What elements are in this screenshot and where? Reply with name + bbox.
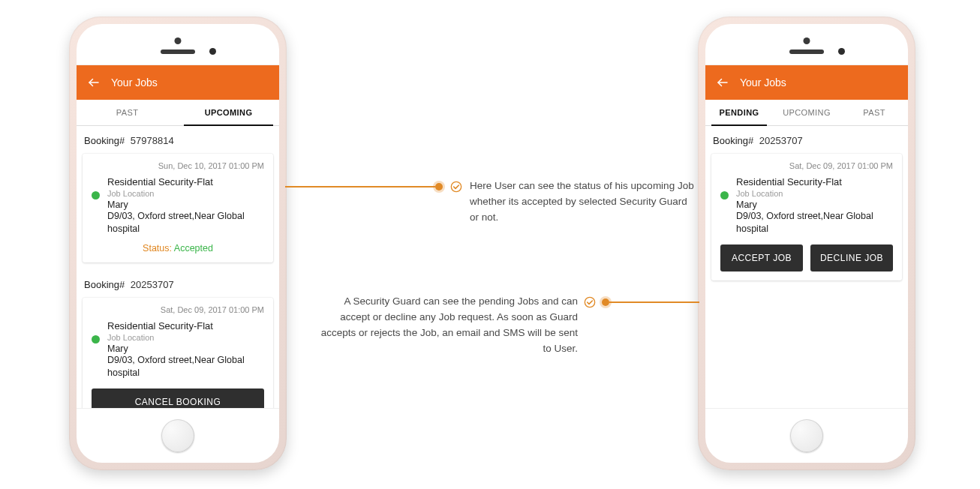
job-location-label: Job Location: [107, 189, 264, 198]
job-title: Residential Security-Flat: [107, 320, 264, 332]
phone-guard: Your Jobs PENDING UPCOMING PAST Booking#…: [698, 16, 915, 470]
tab-pending[interactable]: PENDING: [705, 100, 773, 125]
job-datetime: Sat, Dec 09, 2017 01:00 PM: [92, 305, 264, 314]
speaker-slot: [161, 50, 195, 54]
decline-job-button[interactable]: DECLINE JOB: [810, 244, 893, 272]
job-row: Residential Security-Flat Job Location M…: [720, 176, 893, 236]
check-badge-icon: [584, 296, 596, 308]
tab-past[interactable]: PAST: [77, 100, 178, 125]
job-card: Sat, Dec 09, 2017 01:00 PM Residential S…: [711, 154, 902, 280]
scroll-content[interactable]: Booking# 57978814 Sun, Dec 10, 2017 01:0…: [77, 126, 279, 408]
screen-guard: Your Jobs PENDING UPCOMING PAST Booking#…: [705, 64, 908, 409]
job-row: Residential Security-Flat Job Location M…: [92, 320, 264, 380]
phone-frame: Your Jobs PENDING UPCOMING PAST Booking#…: [705, 24, 908, 463]
job-card: Sun, Dec 10, 2017 01:00 PM Residential S…: [83, 154, 273, 262]
booking-prefix: Booking#: [713, 135, 753, 146]
connector-dot-icon: [602, 298, 609, 306]
app-bar: Your Jobs: [77, 65, 279, 100]
action-buttons: ACCEPT JOB DECLINE JOB: [720, 244, 893, 272]
connector-line: [609, 302, 699, 303]
connector-line: [285, 186, 435, 188]
customer-name: Mary: [107, 200, 264, 210]
job-title: Residential Security-Flat: [107, 176, 264, 188]
status-dot-icon: [720, 191, 729, 200]
customer-address: D9/03, Oxford street,Near Global hospita…: [736, 210, 893, 236]
front-camera: [209, 48, 216, 55]
connector-dot-icon: [435, 183, 443, 190]
screen-user: Your Jobs PAST UPCOMING Booking# 5797881…: [77, 64, 279, 409]
back-arrow-icon[interactable]: [87, 76, 101, 89]
booking-number: 20253707: [131, 279, 174, 290]
sensor-dot: [804, 38, 810, 44]
cancel-booking-button[interactable]: CANCEL BOOKING: [92, 388, 264, 409]
annotation-text: Here User can see the status of his upco…: [470, 178, 695, 226]
home-area: [705, 409, 908, 463]
booking-heading: Booking# 20253707: [705, 126, 908, 151]
tabs: PAST UPCOMING: [77, 100, 279, 126]
back-arrow-icon[interactable]: [716, 76, 729, 89]
job-datetime: Sat, Dec 09, 2017 01:00 PM: [720, 161, 893, 170]
booking-number: 57978814: [131, 135, 174, 146]
status-line: Status: Accepted: [92, 243, 264, 254]
booking-prefix: Booking#: [84, 279, 125, 290]
tab-upcoming[interactable]: UPCOMING: [178, 100, 279, 125]
job-location-label: Job Location: [736, 189, 893, 198]
status-value: Accepted: [174, 243, 213, 254]
annotation-text: A Security Guard can see the pending Job…: [315, 294, 578, 357]
tab-upcoming[interactable]: UPCOMING: [773, 100, 840, 125]
booking-heading: Booking# 57978814: [77, 126, 279, 151]
tabs: PENDING UPCOMING PAST: [705, 100, 908, 126]
phone-frame: Your Jobs PAST UPCOMING Booking# 5797881…: [77, 24, 279, 463]
check-badge-icon: [450, 181, 462, 193]
status-dot-icon: [92, 191, 100, 200]
customer-name: Mary: [107, 344, 264, 354]
sensor-dot: [175, 38, 182, 44]
home-area: [77, 409, 279, 463]
svg-point-3: [585, 297, 594, 307]
page-title: Your Jobs: [111, 76, 158, 88]
front-camera: [838, 48, 845, 55]
accept-job-button[interactable]: ACCEPT JOB: [720, 244, 803, 272]
customer-address: D9/03, Oxford street,Near Global hospita…: [107, 354, 264, 380]
job-card: Sat, Dec 09, 2017 01:00 PM Residential S…: [83, 298, 273, 408]
speaker-slot: [789, 50, 824, 54]
customer-address: D9/03, Oxford street,Near Global hospita…: [107, 210, 264, 236]
customer-name: Mary: [736, 200, 893, 210]
tab-past[interactable]: PAST: [840, 100, 908, 125]
job-datetime: Sun, Dec 10, 2017 01:00 PM: [92, 161, 264, 170]
home-button[interactable]: [161, 419, 194, 452]
status-prefix: Status:: [143, 243, 172, 254]
app-bar: Your Jobs: [705, 65, 908, 100]
job-details: Residential Security-Flat Job Location M…: [107, 176, 264, 236]
status-dot-icon: [92, 335, 100, 344]
booking-heading: Booking# 20253707: [77, 270, 279, 295]
job-title: Residential Security-Flat: [736, 176, 893, 188]
phone-user: Your Jobs PAST UPCOMING Booking# 5797881…: [69, 16, 287, 470]
job-details: Residential Security-Flat Job Location M…: [736, 176, 893, 236]
home-button[interactable]: [790, 419, 823, 452]
scroll-content[interactable]: Booking# 20253707 Sat, Dec 09, 2017 01:0…: [705, 126, 908, 408]
booking-prefix: Booking#: [84, 135, 125, 146]
job-row: Residential Security-Flat Job Location M…: [92, 176, 264, 236]
job-details: Residential Security-Flat Job Location M…: [107, 320, 264, 380]
booking-number: 20253707: [759, 135, 803, 146]
phone-top: [77, 24, 279, 64]
phone-top: [705, 24, 908, 64]
page-title: Your Jobs: [740, 76, 786, 88]
job-location-label: Job Location: [107, 333, 264, 342]
svg-point-2: [451, 182, 461, 191]
